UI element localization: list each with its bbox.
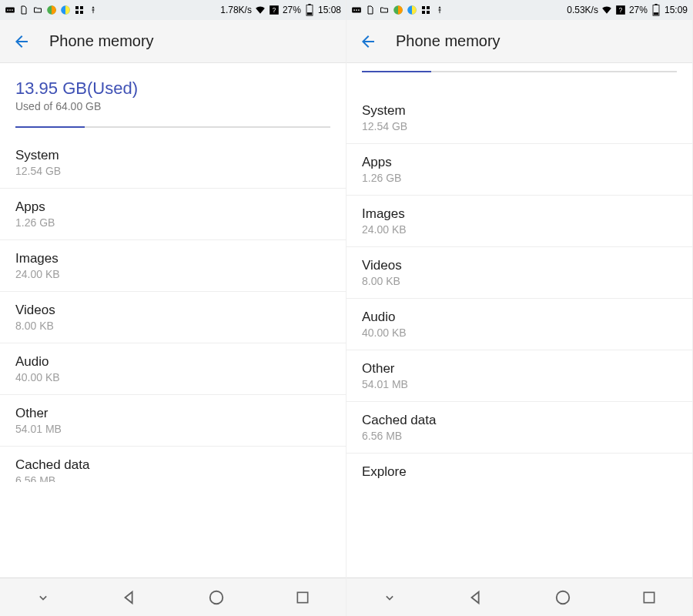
list-item-images[interactable]: Images 24.00 KB bbox=[346, 195, 692, 246]
list-item-label: System bbox=[362, 103, 677, 119]
svg-rect-24 bbox=[427, 6, 430, 9]
category-list: System 12.54 GB Apps 1.26 GB Images 24.0… bbox=[346, 92, 692, 490]
page-title: Phone memory bbox=[49, 32, 154, 50]
list-item-explore[interactable]: Explore bbox=[346, 453, 692, 490]
folder-icon bbox=[32, 5, 43, 15]
list-item-label: Videos bbox=[15, 303, 330, 318]
nav-recents-button[interactable] bbox=[292, 587, 313, 608]
svg-rect-30 bbox=[654, 4, 657, 5]
nav-back-button[interactable] bbox=[465, 587, 487, 608]
list-item-other[interactable]: Other 54.01 MB bbox=[346, 350, 692, 401]
list-item-label: Audio bbox=[15, 354, 330, 370]
status-left-icons bbox=[5, 5, 99, 15]
list-item-value: 6.56 MB bbox=[15, 474, 330, 482]
list-item-label: Other bbox=[15, 406, 330, 421]
list-item-label: Apps bbox=[362, 155, 677, 170]
used-label: 13.95 GB(Used) bbox=[15, 79, 330, 99]
svg-rect-8 bbox=[75, 11, 79, 14]
nav-back-button[interactable] bbox=[119, 587, 140, 608]
list-item-value: 24.00 KB bbox=[15, 268, 330, 280]
list-item-cached-data[interactable]: Cached data 6.56 MB bbox=[0, 446, 346, 493]
svg-rect-7 bbox=[80, 6, 83, 9]
app-icon-2 bbox=[407, 5, 417, 15]
list-item-apps[interactable]: Apps 1.26 GB bbox=[346, 143, 692, 195]
svg-text:?: ? bbox=[619, 7, 623, 14]
status-right-icons: 1.78K/s ? 27% 15:08 bbox=[220, 5, 341, 15]
list-item-value: 12.54 GB bbox=[362, 120, 677, 132]
svg-point-1 bbox=[7, 9, 8, 11]
list-item-videos[interactable]: Videos 8.00 KB bbox=[346, 246, 692, 298]
phone-right: 0.53K/s ? 27% 15:09 Phone memory bbox=[346, 0, 693, 616]
wifi-icon bbox=[601, 5, 612, 15]
list-item-cached-data[interactable]: Cached data 6.56 MB bbox=[346, 401, 692, 453]
app-bar: Phone memory bbox=[0, 20, 346, 63]
list-item-videos[interactable]: Videos 8.00 KB bbox=[0, 291, 346, 343]
nav-bar bbox=[346, 578, 692, 616]
back-button[interactable] bbox=[359, 32, 377, 51]
phone-left: 1.78K/s ? 27% 15:08 Phone memory 13.95 G… bbox=[0, 0, 346, 616]
status-bar: 1.78K/s ? 27% 15:08 bbox=[0, 0, 346, 20]
svg-rect-6 bbox=[75, 6, 79, 9]
clock: 15:09 bbox=[665, 5, 688, 15]
list-item-other[interactable]: Other 54.01 MB bbox=[0, 394, 346, 446]
svg-rect-16 bbox=[297, 592, 307, 602]
list-item-images[interactable]: Images 24.00 KB bbox=[0, 239, 346, 291]
list-item-label: Cached data bbox=[362, 413, 677, 428]
svg-rect-31 bbox=[654, 12, 658, 15]
list-item-audio[interactable]: Audio 40.00 KB bbox=[346, 298, 692, 350]
status-right-icons: 0.53K/s ? 27% 15:09 bbox=[567, 5, 688, 15]
storage-summary: 13.95 GB(Used) Used of 64.00 GB bbox=[0, 63, 346, 137]
svg-point-19 bbox=[356, 9, 357, 11]
usage-bar-fill bbox=[362, 71, 431, 72]
app-icon-2 bbox=[60, 5, 71, 15]
usb-icon bbox=[88, 5, 99, 15]
list-item-apps[interactable]: Apps 1.26 GB bbox=[0, 188, 346, 239]
list-item-value: 6.56 MB bbox=[362, 430, 677, 442]
list-item-value: 54.01 MB bbox=[15, 423, 330, 435]
nav-recents-button[interactable] bbox=[638, 587, 660, 608]
net-speed: 0.53K/s bbox=[567, 5, 598, 15]
list-item-label: Videos bbox=[362, 258, 677, 273]
svg-rect-23 bbox=[422, 6, 425, 9]
list-item-audio[interactable]: Audio 40.00 KB bbox=[0, 343, 346, 394]
list-item-label: Apps bbox=[15, 199, 330, 215]
nav-bar bbox=[0, 578, 346, 616]
svg-point-20 bbox=[358, 9, 360, 11]
battery-icon bbox=[651, 5, 661, 15]
content[interactable]: 13.95 GB(Used) Used of 64.00 GB System 1… bbox=[0, 63, 346, 578]
grid-icon bbox=[74, 5, 85, 15]
list-item-label: Audio bbox=[362, 310, 677, 325]
svg-point-32 bbox=[556, 591, 569, 604]
list-item-system[interactable]: System 12.54 GB bbox=[0, 137, 346, 188]
list-item-value: 12.54 GB bbox=[15, 165, 330, 177]
nav-collapse-button[interactable] bbox=[32, 587, 54, 608]
nav-home-button[interactable] bbox=[206, 587, 227, 608]
sim-icon bbox=[365, 5, 376, 15]
nav-collapse-button[interactable] bbox=[379, 587, 400, 608]
list-item-value: 1.26 GB bbox=[362, 172, 677, 184]
status-left-icons bbox=[351, 5, 445, 15]
app-icon-1 bbox=[393, 5, 403, 15]
signal-unknown-icon: ? bbox=[269, 5, 280, 15]
page-title: Phone memory bbox=[396, 32, 500, 50]
svg-text:?: ? bbox=[273, 7, 276, 14]
content[interactable]: System 12.54 GB Apps 1.26 GB Images 24.0… bbox=[346, 63, 692, 578]
svg-point-2 bbox=[9, 9, 11, 11]
clock: 15:08 bbox=[318, 5, 341, 15]
app-icon-1 bbox=[46, 5, 57, 15]
list-item-value: 24.00 KB bbox=[362, 223, 677, 236]
svg-point-3 bbox=[12, 9, 13, 11]
list-item-label: System bbox=[15, 148, 330, 163]
list-item-value: 54.01 MB bbox=[362, 378, 677, 390]
battery-icon bbox=[304, 5, 315, 15]
net-speed: 1.78K/s bbox=[220, 5, 252, 15]
battery-pct: 27% bbox=[629, 5, 648, 15]
category-list: System 12.54 GB Apps 1.26 GB Images 24.0… bbox=[0, 137, 346, 493]
back-button[interactable] bbox=[12, 32, 31, 51]
list-item-value: 8.00 KB bbox=[15, 320, 330, 332]
nav-home-button[interactable] bbox=[552, 587, 574, 608]
svg-point-18 bbox=[353, 9, 355, 11]
svg-rect-14 bbox=[307, 12, 312, 15]
folder-icon bbox=[379, 5, 390, 15]
list-item-system[interactable]: System 12.54 GB bbox=[346, 92, 692, 143]
